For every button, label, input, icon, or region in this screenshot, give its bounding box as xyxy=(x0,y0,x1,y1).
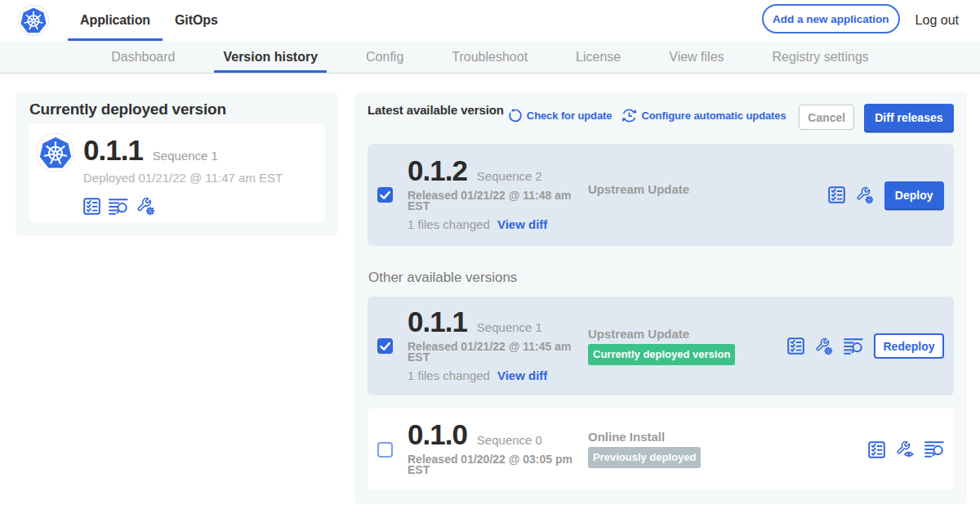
files-changed-row: 1 files changed View diff xyxy=(408,368,574,382)
auto-update-icon xyxy=(621,108,637,123)
version-checkbox[interactable] xyxy=(377,187,393,203)
edit-config-icon[interactable] xyxy=(136,197,155,216)
version-row: 0.1.1 Sequence 1 xyxy=(408,307,574,336)
navbar-tabs: Application GitOps xyxy=(68,0,230,41)
release-notes-icon[interactable] xyxy=(828,186,845,203)
check-for-update-label: Check for update xyxy=(527,109,612,122)
top-navbar: Application GitOps Add a new application… xyxy=(0,0,980,41)
edit-config-icon[interactable] xyxy=(856,186,874,204)
configure-updates-label: Configure automatic updates xyxy=(641,109,786,122)
release-notes-icon[interactable] xyxy=(868,441,885,458)
subnav-view-files[interactable]: View files xyxy=(669,41,724,73)
source-label: Upstream Update xyxy=(588,183,772,195)
version-actions xyxy=(868,440,944,458)
release-notes-icon[interactable] xyxy=(83,198,100,215)
released-timestamp: Released 01/20/22 @ 03:05 pm EST xyxy=(408,454,574,476)
version-number: 0.1.2 xyxy=(408,156,467,185)
view-config-icon[interactable] xyxy=(896,440,914,458)
version-sequence: Sequence 0 xyxy=(477,433,542,447)
add-application-button[interactable]: Add a new application xyxy=(762,4,900,33)
version-source: Online Install Previously deployed xyxy=(588,431,772,468)
edit-config-icon[interactable] xyxy=(815,337,833,355)
version-actions: Redeploy xyxy=(787,333,943,359)
check-update-icon xyxy=(508,108,523,123)
kubernetes-logo xyxy=(18,5,49,36)
version-source: Upstream Update xyxy=(588,183,772,195)
version-info: 0.1.0 Sequence 0 Released 01/20/22 @ 03:… xyxy=(408,423,574,476)
navbar-right: Add a new application Log out xyxy=(762,0,959,41)
view-logs-icon[interactable] xyxy=(924,440,944,458)
previously-deployed-badge: Previously deployed xyxy=(588,447,701,468)
released-timestamp: Released 01/21/22 @ 11:45 am EST xyxy=(408,342,574,364)
version-checkbox[interactable] xyxy=(377,442,393,458)
files-changed-row: 1 files changed View diff xyxy=(408,217,574,231)
version-source: Upstream Update Currently deployed versi… xyxy=(588,328,772,365)
version-number: 0.1.1 xyxy=(408,307,467,336)
version-row: 0.1.2 Sequence 2 xyxy=(408,156,574,185)
tab-gitops[interactable]: GitOps xyxy=(163,0,230,41)
deploy-button[interactable]: Deploy xyxy=(884,181,944,208)
currently-deployed-badge: Currently deployed version xyxy=(588,344,735,365)
released-timestamp: Released 01/21/22 @ 11:48 am EST xyxy=(408,190,574,212)
deployed-version-card: 0.1.1 Sequence 1 Deployed 01/21/22 @ 11:… xyxy=(29,124,325,222)
view-logs-icon[interactable] xyxy=(844,337,863,355)
files-changed: 1 files changed xyxy=(408,217,490,231)
version-info: 0.1.1 Sequence 1 Released 01/21/22 @ 11:… xyxy=(408,310,574,382)
version-sequence: Sequence 1 xyxy=(477,320,542,334)
view-diff-link[interactable]: View diff xyxy=(497,217,547,231)
version-row: 0.1.0 Sequence 0 xyxy=(408,420,574,449)
main-content: Currently deployed version 0.1.1 Sequenc… xyxy=(0,74,980,504)
files-changed: 1 files changed xyxy=(408,368,490,382)
deployed-version-number: 0.1.1 xyxy=(83,136,143,164)
currently-deployed-title: Currently deployed version xyxy=(29,100,325,118)
currently-deployed-panel: Currently deployed version 0.1.1 Sequenc… xyxy=(16,92,338,236)
app-logo xyxy=(36,133,74,172)
tab-application-label: Application xyxy=(80,13,150,28)
other-versions-title: Other available versions xyxy=(368,270,954,284)
subnav-registry-settings[interactable]: Registry settings xyxy=(773,41,869,73)
app-subnav: Dashboard Version history Config Trouble… xyxy=(0,41,980,74)
deployed-version-sequence: Sequence 1 xyxy=(153,149,218,163)
version-row-0-1-1: 0.1.1 Sequence 1 Released 01/21/22 @ 11:… xyxy=(368,297,954,395)
source-label: Upstream Update xyxy=(588,328,772,340)
view-logs-icon[interactable] xyxy=(109,198,128,216)
tab-gitops-label: GitOps xyxy=(175,13,218,28)
version-checkbox[interactable] xyxy=(377,338,393,354)
subnav-config[interactable]: Config xyxy=(366,41,403,73)
view-diff-link[interactable]: View diff xyxy=(497,368,547,382)
version-row: 0.1.1 Sequence 1 xyxy=(83,136,283,164)
release-notes-icon[interactable] xyxy=(787,337,804,355)
version-row-0-1-0: 0.1.0 Sequence 0 Released 01/20/22 @ 03:… xyxy=(368,409,954,490)
source-label: Online Install xyxy=(588,431,772,443)
deployed-timestamp: Deployed 01/21/22 @ 11:47 am EST xyxy=(83,171,283,185)
header-actions: Cancel Diff releases xyxy=(799,104,953,131)
version-info: 0.1.2 Sequence 2 Released 01/21/22 @ 11:… xyxy=(408,159,574,231)
subnav-license[interactable]: License xyxy=(576,41,621,73)
version-row-0-1-2: 0.1.2 Sequence 2 Released 01/21/22 @ 11:… xyxy=(368,144,954,246)
version-sequence: Sequence 2 xyxy=(477,169,542,183)
deployed-version-body: 0.1.1 Sequence 1 Deployed 01/21/22 @ 11:… xyxy=(83,133,283,213)
version-number: 0.1.0 xyxy=(408,420,467,449)
subnav-version-history[interactable]: Version history xyxy=(223,41,318,73)
subnav-troubleshoot[interactable]: Troubleshoot xyxy=(452,41,528,73)
deployed-version-actions xyxy=(83,197,283,216)
logout-link[interactable]: Log out xyxy=(915,13,959,28)
tab-application[interactable]: Application xyxy=(68,0,163,41)
subnav-dashboard[interactable]: Dashboard xyxy=(111,41,175,73)
version-history-panel: Latest available version Check for updat… xyxy=(354,92,967,504)
configure-updates-link[interactable]: Configure automatic updates xyxy=(621,108,786,123)
available-versions-header: Latest available version Check for updat… xyxy=(368,103,954,131)
redeploy-button[interactable]: Redeploy xyxy=(874,333,943,359)
latest-available-title: Latest available version xyxy=(368,103,504,118)
version-actions: Deploy xyxy=(828,181,944,208)
diff-releases-button[interactable]: Diff releases xyxy=(864,104,953,131)
navbar-left: Application GitOps xyxy=(18,0,230,41)
cancel-button[interactable]: Cancel xyxy=(799,105,854,130)
check-for-update-link[interactable]: Check for update xyxy=(508,108,612,123)
